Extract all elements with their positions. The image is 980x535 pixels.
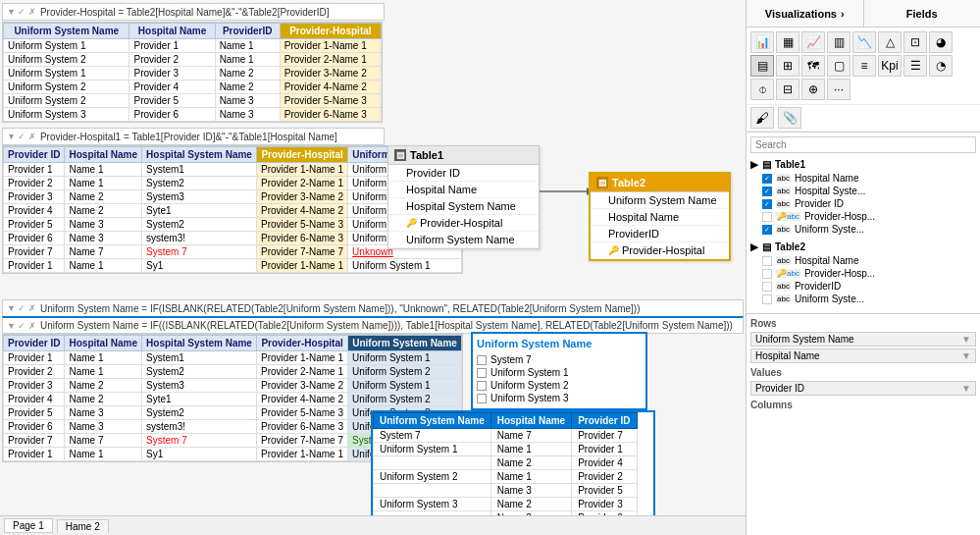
table-icon[interactable]: ▤ (750, 55, 774, 77)
table-cell: Provider 4-Name 2 (257, 204, 348, 218)
canvas-area: ▼ ✓ ✗ Provider-Hospital = Table2[Hospita… (0, 0, 746, 535)
bar-chart-icon[interactable]: 📊 (750, 31, 774, 53)
table-cell: Name 1 (215, 53, 280, 67)
field-provider-id[interactable]: ✓ abc Provider ID (750, 197, 976, 210)
area-chart-icon[interactable]: △ (878, 31, 902, 53)
summary-cell: Provider 3 (572, 498, 637, 511)
slicer-card[interactable]: Uniform System Name System 7Uniform Syst… (471, 332, 647, 410)
table-cell: Provider 7 (4, 434, 65, 448)
analytics-icon[interactable]: 📎 (778, 107, 801, 129)
table1-field-group: ▶ ▤ Table1 ✓ abc Hospital Name ✓ abc Hos… (750, 157, 976, 236)
table-cell: Uniform System 2 (4, 80, 129, 94)
field-t2-uniform-syste[interactable]: abc Uniform Syste... (750, 293, 976, 305)
field-uniform-syste-1[interactable]: ✓ abc Uniform Syste... (750, 223, 976, 236)
column-chart-icon[interactable]: 📈 (801, 31, 825, 53)
check-empty-icon (762, 269, 772, 279)
more-icon[interactable]: ··· (827, 79, 851, 100)
combo-icon[interactable]: ⊕ (801, 79, 825, 100)
slicer-icon[interactable]: ☰ (903, 55, 927, 77)
stacked-bar-icon[interactable]: ▦ (776, 31, 799, 53)
table-cell: Provider 5 (4, 218, 65, 232)
rows-pill-1[interactable]: Uniform System Name ▼ (750, 332, 976, 347)
table-cell: Provider 7 (4, 245, 65, 259)
kpi-icon[interactable]: Kpi (878, 55, 902, 77)
field-t2-provider-id[interactable]: abc ProviderID (750, 280, 976, 293)
table-cell: Provider 2-Name 1 (257, 365, 348, 379)
line-chart-icon[interactable]: 📉 (852, 31, 876, 53)
fields-search-input[interactable] (750, 136, 976, 153)
field-hospital-system[interactable]: ✓ abc Hospital Syste... (750, 185, 976, 197)
summary-cell: Name 2 (490, 498, 571, 511)
summary-cell: Uniform System 1 (374, 443, 491, 456)
table-cell: Name 3 (65, 232, 142, 245)
check-icon: ✓ (762, 174, 772, 184)
matrix-icon[interactable]: ⊞ (776, 55, 799, 77)
check-empty-icon (762, 282, 772, 292)
stacked-col-icon[interactable]: ▥ (827, 31, 851, 53)
table-cell: Provider 5-Name 3 (280, 94, 381, 108)
page-tab-1[interactable]: Page 1 (4, 518, 53, 533)
table-cell: Name 2 (65, 190, 142, 204)
table-cell: Provider 5-Name 3 (257, 406, 348, 420)
table-cell: Provider 1 (4, 259, 65, 273)
pie-icon[interactable]: ◕ (929, 31, 953, 53)
table-cell: Provider 3 (4, 379, 65, 393)
table-cell: Provider 3-Name 2 (257, 379, 348, 393)
waterfall-icon[interactable]: ⊟ (776, 79, 799, 100)
table-icon: ▤ (394, 149, 406, 161)
field-t2-hospital-name[interactable]: abc Hospital Name (750, 254, 976, 267)
slicer-item[interactable]: Uniform System 3 (477, 392, 642, 404)
summary-cell (374, 456, 491, 470)
table-cell: Provider 4 (4, 393, 65, 406)
slicer-item[interactable]: Uniform System 2 (477, 379, 642, 392)
formula-bar-3: ▼ ✓ ✗ Uniform System Name = IF(ISBLANK(R… (2, 299, 744, 317)
table-cell: Provider 4 (129, 80, 215, 94)
table1-group-header[interactable]: ▶ ▤ Table1 (750, 157, 976, 172)
table-cell: System1 (142, 163, 257, 177)
summary-cell: Uniform System 3 (374, 498, 491, 511)
table2-group-header[interactable]: ▶ ▤ Table2 (750, 240, 976, 254)
card-icon[interactable]: ▢ (827, 55, 851, 77)
table-cell: Name 1 (65, 365, 142, 379)
table-cell: Provider 3-Name 2 (257, 190, 348, 204)
table-cell: Provider 1 (4, 448, 65, 461)
table-cell: Name 2 (215, 67, 280, 80)
table-cell: Uniform System 2 (4, 53, 129, 67)
page-tab-2[interactable]: Hame 2 (57, 519, 109, 533)
table2-field-group: ▶ ▤ Table2 abc Hospital Name 🔑abc Provid… (750, 240, 976, 305)
field-provider-hosp-1[interactable]: 🔑abc Provider-Hosp... (750, 210, 976, 223)
rows-cols-section: Rows Uniform System Name ▼ Hospital Name… (747, 313, 980, 417)
fields-tab[interactable]: Fields (864, 0, 981, 27)
summary-cell: Provider 5 (572, 484, 637, 498)
table-cell: Provider 1-Name 1 (257, 259, 348, 273)
rows-header: Rows (750, 318, 976, 329)
slicer-item[interactable]: System 7 (477, 353, 642, 366)
table-cell: Name 3 (65, 420, 142, 434)
table-cell: Uniform System 1 (4, 39, 129, 53)
rows-pill-2[interactable]: Hospital Name ▼ (750, 348, 976, 363)
fields-section: ▶ ▤ Table1 ✓ abc Hospital Name ✓ abc Hos… (747, 132, 980, 313)
field-t2-provider-hosp[interactable]: 🔑abc Provider-Hosp... (750, 267, 976, 280)
table-cell: System 7 (142, 245, 257, 259)
visualizations-tab[interactable]: Visualizations › (747, 0, 864, 27)
page-tabs-bar: Page 1 Hame 2 (0, 515, 746, 535)
scatter-icon[interactable]: ⊡ (903, 31, 927, 53)
map-icon[interactable]: 🗺 (801, 55, 825, 77)
multi-row-icon[interactable]: ≡ (852, 55, 876, 77)
values-pill-1[interactable]: Provider ID ▼ (750, 381, 976, 396)
table-cell: Syte1 (142, 393, 257, 406)
gauge-icon[interactable]: ◔ (929, 55, 953, 77)
table-cell: System2 (142, 406, 257, 420)
format-icon[interactable]: 🖌 (750, 107, 774, 129)
field-hospital-name[interactable]: ✓ abc Hospital Name (750, 172, 976, 185)
summary-table: Uniform System NameHospital NameProvider… (371, 410, 655, 527)
table-cell: Provider 4-Name 2 (280, 80, 381, 94)
table-cell: Provider 3 (129, 67, 215, 80)
slicer-checkbox (477, 381, 487, 391)
right-panel: Visualizations › Fields 📊 ▦ 📈 ▥ 📉 △ ⊡ ◕ … (746, 0, 980, 535)
check-empty-icon (762, 294, 772, 304)
table-cell: Name 1 (65, 177, 142, 190)
funnel-icon[interactable]: ⌽ (750, 79, 774, 100)
table-cell: Uniform System 1 (4, 67, 129, 80)
slicer-item[interactable]: Uniform System 1 (477, 366, 642, 379)
